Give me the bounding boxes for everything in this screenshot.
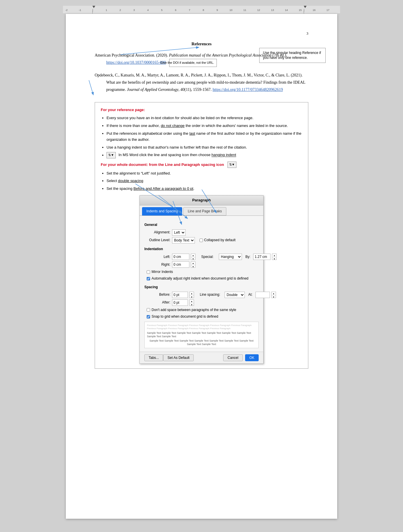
left-indent-label: Left: [144,254,170,260]
line-spacing-row: Line spacing: Double At: ▲▼ [200,292,276,298]
spacing-icon-1: ⇅▼ [107,152,116,158]
before-label: Before: [144,292,170,297]
tab-indents-spacing[interactable]: Indents and Spacing [142,207,182,216]
auto-adjust-label: Automatically adjust right indent when d… [152,276,249,281]
reference-entry-1: American Psychological Association. (202… [95,52,308,67]
dialog-body: General Alignment: Left Outline Level: B… [140,216,263,352]
mirror-indents-row: Mirror Indents [144,269,259,275]
after-label: After: [144,300,170,305]
line-spacing-select[interactable]: Double [225,292,245,298]
alignment-row: Alignment: Left [144,229,259,236]
tabs-button[interactable]: Tabs... [144,354,163,361]
ref-page-item-5: ⇅▼ In MS Word click the line and spacing… [107,152,302,158]
left-indent-input[interactable] [172,254,189,260]
ref-page-item-3: Put the references in alphabetical order… [107,131,302,143]
indentation-label: Indentation [144,246,259,252]
mirror-indents-label: Mirror Indents [152,269,173,275]
ref-page-list: Every source you have an in-text citatio… [107,115,302,158]
no-add-space-row: Don't add space between paragraphs of th… [144,307,259,313]
after-spacing-row: After: ▲▼ [144,299,194,306]
auto-adjust-checkbox[interactable] [147,277,150,280]
page-number: 3 [95,31,308,36]
before-input[interactable] [172,292,188,298]
sample-text-1: Sample Text Sample Text Sample Text Samp… [147,331,256,338]
spacing-label: Spacing [144,284,259,290]
ref-page-item-4: Use a hanging indent so that author's na… [107,145,302,151]
ok-button[interactable]: OK [245,354,259,361]
after-spinner[interactable]: ▲▼ [189,299,194,306]
outline-row: Outline Level: Body Text Collapsed by de… [144,237,259,243]
ref-page-item-2: If there is more than one author, do not… [107,123,302,129]
set-as-default-button[interactable]: Set As Default [163,354,194,361]
dialog-tabs: Indents and Spacing Line and Page Breaks [140,205,263,216]
ref-page-item-1: Every source you have an in-text citatio… [107,115,302,121]
dialog-footer: Tabs... Set As Default Cancel OK [140,352,263,364]
doi-link-2[interactable]: https://doi.org/10.1177/0733464820962619 [212,87,283,92]
annotation-whole-doc-heading: For your whole document: from the Line a… [101,162,225,167]
left-indent-spinner[interactable]: ▲▼ [191,254,195,260]
paragraph-dialog: Paragraph Indents and Spacing Line and P… [139,195,264,364]
left-indent-row: Left: ▲▼ [144,254,195,260]
snap-grid-checkbox[interactable] [147,315,150,319]
whole-doc-list: Set the alignment to “Left” not justifie… [107,171,302,192]
at-spinner[interactable]: ▲▼ [271,292,276,298]
document-page: 3 Use the singular heading Reference if … [66,14,337,519]
no-add-space-checkbox[interactable] [147,308,150,312]
at-input[interactable] [255,292,270,298]
snap-grid-label: Snap to grid when document grid is defin… [152,314,218,319]
whole-doc-item-1: Set the alignment to “Left” not justifie… [107,171,302,177]
annotation-ref-page-heading: For your reference page: [101,107,302,113]
ruler-top: -2 -1 | 1 2 3 4 5 6 7 8 9 10 11 12 13 14… [63,6,340,14]
whole-doc-item-3: Set the spacing Before and After a parag… [107,186,302,192]
preview-area: Previous Paragraph Previous Paragraph Pr… [144,322,259,348]
by-label: By: [245,254,250,260]
dialog-title: Paragraph [140,196,263,205]
outline-select[interactable]: Body Text [172,237,195,243]
line-spacing-label: Line spacing: [200,292,223,297]
whole-doc-item-2: Select double spacing [107,178,302,184]
by-input[interactable] [253,254,270,260]
after-input[interactable] [172,299,188,306]
by-spinner[interactable]: ▲▼ [272,254,277,260]
reference-entry-2: Opdebeeck, C., Katsaris, M. A., Martyr, … [95,72,308,93]
auto-adjust-row: Automatically adjust right indent when d… [144,276,259,281]
before-spacing-row: Before: ▲▼ [144,292,194,298]
collapsed-label: Collapsed by default [204,237,236,243]
right-indent-spinner[interactable]: ▲▼ [191,261,195,268]
prev-paragraph-text: Previous Paragraph Previous Paragraph Pr… [147,324,256,330]
mirror-indents-checkbox[interactable] [147,270,150,274]
alignment-select[interactable]: Left [172,229,186,236]
cancel-button[interactable]: Cancel [223,354,242,361]
no-add-space-label: Don't add space between paragraphs of th… [152,307,236,313]
snap-grid-row: Snap to grid when document grid is defin… [144,314,259,319]
callout-doi: Give the DOI if available, not the URL. [169,59,217,67]
collapsed-checkbox[interactable] [199,239,203,242]
spacing-icon-2: ⇅▼ [227,162,237,168]
special-row: Special: Hanging By: ▲▼ [201,254,277,260]
doi-link-1[interactable]: https://doi.org/10.1037/0000165-000 [106,60,166,65]
before-spinner[interactable]: ▲▼ [189,292,194,298]
references-heading: References [95,42,308,46]
right-indent-row: Right: ▲▼ [144,261,195,268]
tab-line-page-breaks[interactable]: Line and Page Breaks [183,207,226,216]
general-label: General [144,222,259,228]
annotation-box: For your reference page: Every source yo… [95,102,308,369]
sample-text-2: Sample Text Sample Text Sample Text Samp… [147,339,256,346]
page-wrapper: -2 -1 | 1 2 3 4 5 6 7 8 9 10 11 12 13 14… [63,6,340,519]
outline-label: Outline Level: [144,237,170,243]
right-indent-label: Right: [144,262,170,267]
special-label: Special: [201,254,217,260]
at-label: At: [248,292,253,297]
right-indent-input[interactable] [172,261,189,268]
special-select[interactable]: Hanging [219,254,242,260]
alignment-label: Alignment: [144,230,170,235]
